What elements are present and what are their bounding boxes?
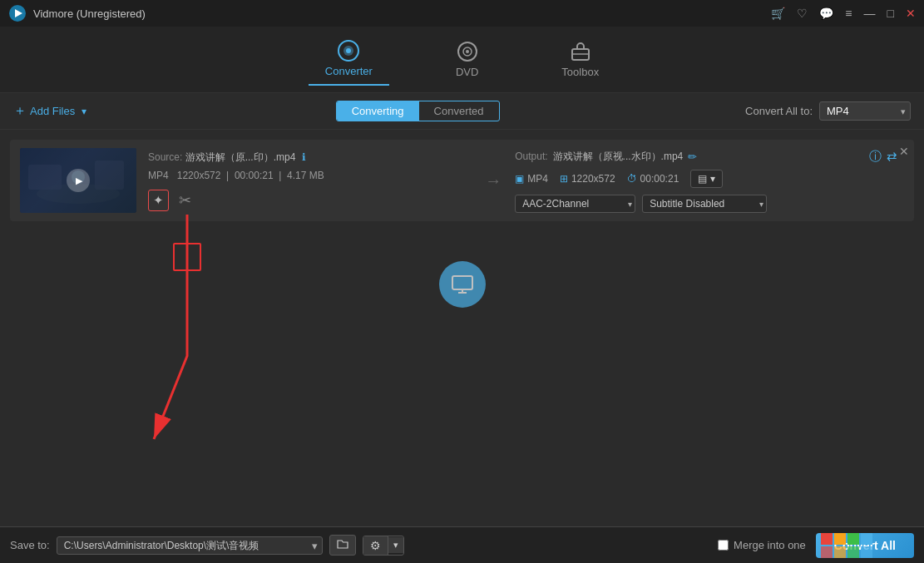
nav-dvd[interactable]: DVD <box>439 34 495 85</box>
file-info: Source: 游戏讲解（原...印）.mp4 ℹ MP4 1220x572 |… <box>136 151 478 211</box>
app-title: Vidmore (Unregistered) <box>33 7 146 20</box>
monitor-svg <box>451 273 474 296</box>
titlebar-controls: 🛒 ♡ 💬 ≡ — □ ✕ <box>771 7 916 20</box>
top-navigation: Converter DVD Toolbox <box>0 27 924 93</box>
chat-icon[interactable]: 💬 <box>819 7 833 20</box>
file-meta: MP4 1220x572 | 00:00:21 | 4.17 MB <box>148 170 467 181</box>
close-icon[interactable]: ✕ <box>906 7 916 20</box>
nav-toolbox[interactable]: Toolbox <box>545 34 615 85</box>
format-icon-button[interactable]: ▤ ▾ <box>690 170 723 188</box>
file-source: Source: 游戏讲解（原...印）.mp4 ℹ <box>148 151 467 165</box>
dvd-icon <box>457 41 478 62</box>
output-filename: 游戏讲解（原视...水印）.mp4 <box>553 150 684 164</box>
titlebar-left: Vidmore (Unregistered) <box>8 4 146 22</box>
output-resolution-value: 1220x572 <box>571 173 615 185</box>
save-to-left: Save to: C:\Users\Administrator\Desktop\… <box>10 535 404 556</box>
play-button[interactable] <box>67 169 90 192</box>
toolbar-left: ＋ Add Files ▾ <box>13 102 90 120</box>
tab-group: Converting Converted <box>336 101 500 121</box>
resolution-meta-icon: ⊞ <box>560 173 568 185</box>
source-label: Source: <box>148 151 182 163</box>
edit-output-icon[interactable]: ✏ <box>688 151 697 163</box>
open-folder-button[interactable] <box>329 535 356 556</box>
output-info: Output: 游戏讲解（原视...水印）.mp4 ✏ ⓘ ⇄ ▣ MP4 ⊞ … <box>508 149 904 213</box>
folder-icon <box>337 538 348 550</box>
restore-icon[interactable]: □ <box>887 7 894 20</box>
toolbox-icon <box>570 41 591 62</box>
format-dropdown-icon: ▾ <box>710 173 715 185</box>
save-path-select[interactable]: C:\Users\Administrator\Desktop\测试\音视频 <box>57 536 323 555</box>
file-format: MP4 <box>148 170 169 181</box>
effects-button[interactable]: ✦ <box>148 190 169 211</box>
settings-button[interactable]: ⚙ <box>363 536 388 555</box>
tab-converted[interactable]: Converted <box>419 101 499 121</box>
cart-icon[interactable]: 🛒 <box>771 7 785 20</box>
merge-label: Merge into one <box>734 539 806 551</box>
cut-button[interactable]: ✂ <box>177 190 193 211</box>
output-format-meta: ▣ MP4 <box>515 173 548 185</box>
info-icon[interactable]: ℹ <box>302 151 306 163</box>
file-thumbnail <box>20 148 136 213</box>
svg-rect-12 <box>28 165 62 190</box>
output-info-button[interactable]: ⓘ <box>869 149 882 165</box>
file-actions: ✦ ✂ <box>148 190 467 211</box>
format-select-wrapper: MP4 MKV AVI MOV <box>819 101 911 121</box>
file-close-button[interactable]: ✕ <box>899 145 909 158</box>
app-logo <box>8 4 27 22</box>
output-duration-meta: ⏱ 00:00:21 <box>627 173 679 185</box>
convert-arrow: → <box>478 171 508 190</box>
output-format-value: MP4 <box>527 173 548 185</box>
output-controls: AAC-2Channel AAC-Stereo MP3 Subtitle Dis… <box>515 195 897 213</box>
audio-select[interactable]: AAC-2Channel AAC-Stereo MP3 <box>515 195 635 213</box>
toolbar: ＋ Add Files ▾ Converting Converted Conve… <box>0 93 924 130</box>
plus-icon: ＋ <box>13 102 27 120</box>
center-area <box>0 228 924 341</box>
add-files-button[interactable]: ＋ Add Files <box>13 102 75 120</box>
toolbox-label: Toolbox <box>561 66 599 78</box>
audio-select-wrapper: AAC-2Channel AAC-Stereo MP3 <box>515 195 635 213</box>
svg-rect-15 <box>452 276 472 289</box>
save-to-label: Save to: <box>10 539 50 551</box>
nav-converter[interactable]: Converter <box>309 33 389 86</box>
merge-checkbox-area: Merge into one <box>718 539 806 551</box>
convert-all-to-label: Convert All to: <box>745 105 813 117</box>
format-icon: ▤ <box>698 173 707 185</box>
source-filename: 游戏讲解（原...印）.mp4 <box>185 151 296 163</box>
menu-icon[interactable]: ≡ <box>845 7 852 20</box>
output-resolution-meta: ⊞ 1220x572 <box>560 173 615 185</box>
svg-rect-13 <box>95 161 124 190</box>
output-duration-value: 00:00:21 <box>640 173 679 185</box>
toolbar-right: Convert All to: MP4 MKV AVI MOV <box>745 101 911 121</box>
subtitle-select[interactable]: Subtitle Disabled No Subtitle <box>642 195 767 213</box>
add-files-label: Add Files <box>30 105 75 117</box>
settings-wrapper: ⚙ ▾ <box>363 536 404 556</box>
subtitle-select-wrapper: Subtitle Disabled No Subtitle <box>642 195 767 213</box>
save-path-wrapper: C:\Users\Administrator\Desktop\测试\音视频 <box>57 536 323 555</box>
swap-button[interactable]: ⇄ <box>887 149 897 164</box>
file-duration: 00:00:21 <box>235 170 274 181</box>
settings-dropdown-button[interactable]: ▾ <box>388 537 403 553</box>
format-select[interactable]: MP4 MKV AVI MOV <box>819 101 911 121</box>
output-label: Output: <box>515 151 547 162</box>
monitor-icon <box>439 261 486 308</box>
converter-label: Converter <box>325 65 373 77</box>
tab-converting[interactable]: Converting <box>337 101 419 121</box>
content-area: ✕ Source: 游戏讲解（原...印）.mp4 ℹ MP4 <box>0 130 924 526</box>
format-meta-icon: ▣ <box>515 173 524 185</box>
file-size: 4.17 MB <box>287 170 324 181</box>
file-item: ✕ Source: 游戏讲解（原...印）.mp4 ℹ MP4 <box>10 140 914 221</box>
titlebar: Vidmore (Unregistered) 🛒 ♡ 💬 ≡ — □ ✕ <box>0 0 924 27</box>
heart-icon[interactable]: ♡ <box>797 7 808 20</box>
minimize-icon[interactable]: — <box>864 7 876 20</box>
svg-point-7 <box>466 50 469 53</box>
merge-checkbox[interactable] <box>718 540 729 551</box>
dvd-label: DVD <box>456 66 478 78</box>
bottombar: Save to: C:\Users\Administrator\Desktop\… <box>0 526 924 563</box>
converter-icon <box>338 40 359 62</box>
windows-squares <box>816 526 924 563</box>
windows-watermark <box>816 526 924 563</box>
svg-point-4 <box>346 48 351 53</box>
add-files-dropdown-button[interactable]: ▾ <box>78 106 90 117</box>
output-source: Output: 游戏讲解（原视...水印）.mp4 ✏ ⓘ ⇄ <box>515 149 897 165</box>
duration-meta-icon: ⏱ <box>627 173 637 185</box>
